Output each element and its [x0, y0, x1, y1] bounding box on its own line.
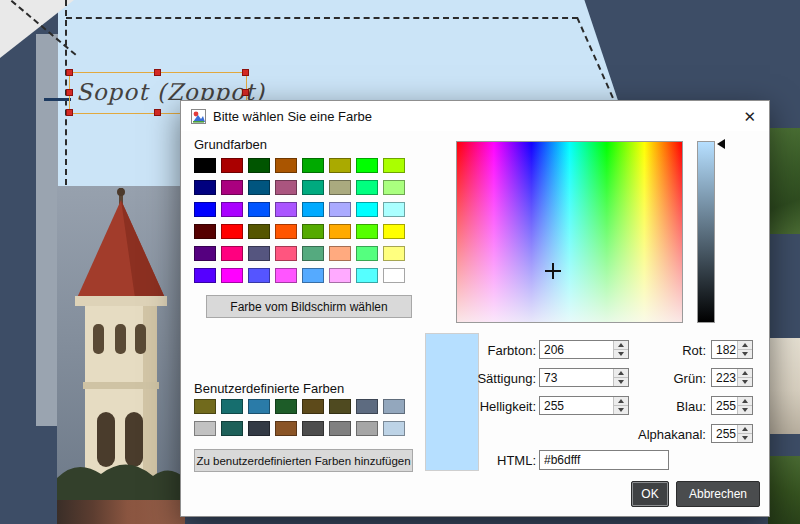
green-input[interactable] [712, 369, 737, 386]
color-swatch[interactable] [248, 158, 270, 173]
spin-up-button[interactable] [738, 397, 752, 405]
color-swatch[interactable] [194, 202, 216, 217]
selection-handle[interactable] [66, 89, 73, 96]
color-swatch[interactable] [329, 399, 351, 414]
color-swatch[interactable] [356, 268, 378, 283]
spin-up-button[interactable] [738, 369, 752, 377]
luminance-arrow[interactable] [717, 139, 725, 149]
selection-handle[interactable] [66, 109, 73, 116]
color-swatch[interactable] [248, 421, 270, 436]
color-swatch[interactable] [275, 202, 297, 217]
spin-up-button[interactable] [738, 425, 752, 433]
dialog-titlebar[interactable]: Bitte wählen Sie eine Farbe ✕ [181, 101, 769, 131]
color-swatch[interactable] [329, 224, 351, 239]
color-swatch[interactable] [275, 158, 297, 173]
color-swatch[interactable] [275, 268, 297, 283]
color-swatch[interactable] [194, 399, 216, 414]
spin-down-button[interactable] [738, 349, 752, 358]
color-swatch[interactable] [194, 268, 216, 283]
color-swatch[interactable] [275, 421, 297, 436]
color-swatch[interactable] [194, 421, 216, 436]
spin-down-button[interactable] [738, 433, 752, 442]
add-custom-color-button[interactable]: Zu benutzerdefinierten Farben hinzufügen [194, 449, 413, 472]
color-swatch[interactable] [194, 180, 216, 195]
color-swatch[interactable] [356, 421, 378, 436]
color-swatch[interactable] [302, 224, 324, 239]
color-swatch[interactable] [383, 202, 405, 217]
hue-label: Farbton: [471, 343, 536, 358]
color-swatch[interactable] [383, 224, 405, 239]
selection-handle[interactable] [242, 89, 249, 96]
color-swatch[interactable] [356, 180, 378, 195]
hue-saturation-picker[interactable] [456, 141, 683, 323]
color-swatch[interactable] [221, 246, 243, 261]
color-swatch[interactable] [356, 246, 378, 261]
html-label: HTML: [471, 453, 536, 468]
color-swatch[interactable] [356, 202, 378, 217]
color-swatch[interactable] [248, 399, 270, 414]
color-swatch[interactable] [221, 224, 243, 239]
html-color-input[interactable] [539, 450, 669, 470]
color-swatch[interactable] [275, 246, 297, 261]
color-swatch[interactable] [329, 202, 351, 217]
color-swatch[interactable] [356, 399, 378, 414]
color-swatch[interactable] [329, 268, 351, 283]
color-swatch[interactable] [221, 180, 243, 195]
color-swatch[interactable] [221, 421, 243, 436]
color-swatch[interactable] [329, 421, 351, 436]
color-swatch[interactable] [302, 421, 324, 436]
color-swatch[interactable] [248, 202, 270, 217]
color-swatch[interactable] [383, 268, 405, 283]
color-swatch[interactable] [221, 158, 243, 173]
saturation-input[interactable] [540, 369, 613, 386]
color-swatch[interactable] [302, 399, 324, 414]
pick-screen-color-button[interactable]: Farbe vom Bildschirm wählen [206, 295, 412, 318]
color-swatch[interactable] [302, 246, 324, 261]
alpha-input[interactable] [712, 425, 737, 442]
color-swatch[interactable] [248, 268, 270, 283]
color-swatch[interactable] [275, 180, 297, 195]
color-swatch[interactable] [221, 202, 243, 217]
color-swatch[interactable] [302, 268, 324, 283]
color-swatch[interactable] [221, 399, 243, 414]
red-input[interactable] [712, 341, 737, 358]
color-swatch[interactable] [248, 246, 270, 261]
color-swatch[interactable] [329, 246, 351, 261]
color-swatch[interactable] [221, 268, 243, 283]
selection-handle[interactable] [66, 69, 73, 76]
color-swatch[interactable] [383, 399, 405, 414]
color-swatch[interactable] [275, 399, 297, 414]
spin-up-button[interactable] [738, 341, 752, 349]
color-swatch[interactable] [329, 158, 351, 173]
color-swatch[interactable] [329, 180, 351, 195]
color-swatch[interactable] [383, 246, 405, 261]
color-swatch[interactable] [356, 158, 378, 173]
color-swatch[interactable] [302, 180, 324, 195]
color-swatch[interactable] [383, 180, 405, 195]
hue-input[interactable] [540, 341, 613, 358]
close-icon[interactable]: ✕ [740, 109, 759, 124]
color-swatch[interactable] [248, 180, 270, 195]
tower-photo[interactable] [57, 186, 185, 501]
value-input[interactable] [540, 397, 613, 414]
selection-handle[interactable] [242, 69, 249, 76]
color-dialog: Bitte wählen Sie eine Farbe ✕ Grundfarbe… [180, 100, 770, 517]
color-swatch[interactable] [383, 421, 405, 436]
blue-input[interactable] [712, 397, 737, 414]
color-swatch[interactable] [275, 224, 297, 239]
ok-button[interactable]: OK [631, 481, 669, 507]
spin-down-button[interactable] [738, 377, 752, 386]
color-swatch[interactable] [302, 158, 324, 173]
spin-down-button[interactable] [738, 405, 752, 414]
cancel-button[interactable]: Abbrechen [676, 481, 760, 507]
luminance-slider[interactable] [697, 141, 715, 323]
color-swatch[interactable] [248, 224, 270, 239]
color-swatch[interactable] [383, 158, 405, 173]
color-swatch[interactable] [194, 224, 216, 239]
color-swatch[interactable] [194, 158, 216, 173]
color-swatch[interactable] [356, 224, 378, 239]
color-swatch[interactable] [194, 246, 216, 261]
color-swatch[interactable] [302, 202, 324, 217]
selection-handle[interactable] [154, 109, 161, 116]
selection-handle[interactable] [154, 69, 161, 76]
